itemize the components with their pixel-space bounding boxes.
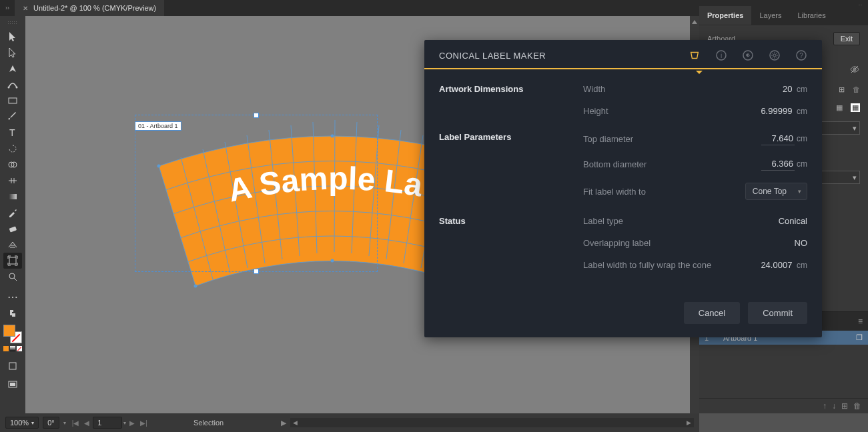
shape-builder-tool[interactable] <box>3 157 22 173</box>
svg-text:i: i <box>721 52 722 59</box>
help-icon[interactable]: ? <box>795 49 807 61</box>
rotation-field[interactable]: 0° <box>43 417 59 429</box>
gradient-tool[interactable] <box>3 189 22 205</box>
tab-libraries[interactable]: Libraries <box>789 6 833 25</box>
wrap-width-label: Label width to fully wrap the cone <box>583 260 711 270</box>
delete-artboard-icon[interactable]: 🗑 <box>853 401 861 411</box>
label-shape-icon[interactable] <box>689 49 701 61</box>
color-mode-swatches[interactable] <box>3 346 22 351</box>
fit-width-label: Fit label width to <box>583 187 646 197</box>
artboard-options-icon[interactable]: ❐ <box>856 333 863 342</box>
artboard-tool[interactable] <box>3 253 22 269</box>
first-artboard-icon[interactable]: |◀ <box>70 419 81 427</box>
wrench-icon[interactable] <box>742 49 754 61</box>
last-artboard-icon[interactable]: ▶| <box>138 419 149 427</box>
resize-handle-n[interactable] <box>254 113 259 118</box>
direct-selection-tool[interactable] <box>3 45 22 61</box>
tab-close-icon[interactable]: ✕ <box>23 5 28 12</box>
tab-properties[interactable]: Properties <box>699 6 751 25</box>
rectangle-tool[interactable] <box>3 93 22 109</box>
artboard-bounds[interactable] <box>135 115 378 272</box>
draw-mode-icon[interactable] <box>3 358 22 374</box>
svg-point-15 <box>194 285 197 288</box>
resize-handle-s[interactable] <box>254 269 259 274</box>
panel-menu-icon[interactable]: ≡ <box>858 317 863 326</box>
prev-artboard-icon[interactable]: ◀ <box>82 419 91 427</box>
width-label: Width <box>583 84 605 94</box>
screen-mode-icon[interactable] <box>3 377 22 393</box>
visibility-off-icon[interactable] <box>849 64 860 76</box>
artboard-label[interactable]: 01 - Artboard 1 <box>135 121 181 131</box>
svg-rect-8 <box>9 257 16 264</box>
status-bar: 100% ▾ 0° ▾ |◀ ◀ 1 ▾ ▶ ▶| Selection ▶ ◀▶ <box>0 413 699 432</box>
document-tab[interactable]: ✕ Untitled-2* @ 100 % (CMYK/Preview) <box>15 0 164 16</box>
zoom-field[interactable]: 100% ▾ <box>5 417 39 429</box>
grid-icon[interactable]: ⊞ <box>839 85 845 94</box>
svg-rect-12 <box>10 383 15 386</box>
svg-point-25 <box>773 54 776 57</box>
edit-toolbar-icon[interactable]: ⋯ <box>3 289 22 305</box>
exit-button[interactable]: Exit <box>833 32 860 45</box>
height-value: 6.99999 <box>761 106 792 116</box>
pen-tool[interactable] <box>3 61 22 77</box>
cancel-button[interactable]: Cancel <box>684 302 740 324</box>
panel-grip-icon[interactable]: ::::: <box>8 20 18 25</box>
fill-swatch[interactable] <box>3 325 15 337</box>
bottom-diameter-label: Bottom diameter <box>583 159 646 169</box>
label-type-label: Label type <box>583 216 623 226</box>
horizontal-scrollbar[interactable]: ▶ ◀▶ <box>281 418 694 427</box>
fill-stroke-swatches[interactable] <box>3 325 22 343</box>
svg-point-9 <box>9 273 15 279</box>
move-up-icon[interactable]: ↑ <box>823 401 827 411</box>
paintbrush-tool[interactable] <box>3 109 22 125</box>
artboard-page-field[interactable]: 1 <box>93 417 122 429</box>
section-label-parameters: Label Parameters <box>439 132 583 200</box>
wrap-width-value: 24.0007 <box>761 260 792 270</box>
tool-panel: ::::: T ⋯ <box>0 16 25 413</box>
label-type-value: Conical <box>779 216 807 226</box>
next-artboard-icon[interactable]: ▶ <box>127 419 137 427</box>
tab-layers[interactable]: Layers <box>751 6 789 25</box>
selection-mode-label: Selection <box>193 419 224 427</box>
delete-icon[interactable]: 🗑 <box>853 85 860 94</box>
selection-tool[interactable] <box>3 29 22 45</box>
dialog-title: CONICAL LABEL MAKER <box>439 51 546 61</box>
svg-rect-7 <box>9 226 17 232</box>
conical-label-maker-dialog: CONICAL LABEL MAKER i ? Artwork Dimensio… <box>424 40 822 337</box>
svg-point-0 <box>8 87 10 89</box>
svg-rect-2 <box>9 98 17 103</box>
svg-text:T: T <box>9 127 15 138</box>
expand-panels-icon[interactable]: ›› <box>5 5 9 11</box>
move-down-icon[interactable]: ↓ <box>832 401 836 411</box>
overlapping-label: Overlapping label <box>583 238 650 248</box>
commit-button[interactable]: Commit <box>748 302 807 324</box>
new-artboard-icon[interactable]: ⊞ <box>841 401 848 411</box>
align-box-icon[interactable]: ▦ <box>851 103 860 112</box>
tab-title: Untitled-2* @ 100 % (CMYK/Preview) <box>33 4 156 12</box>
bottom-diameter-input[interactable] <box>761 157 795 171</box>
perspective-grid-tool[interactable] <box>3 237 22 253</box>
align-icon[interactable]: ▦ <box>836 103 843 112</box>
eraser-tool[interactable] <box>3 221 22 237</box>
section-artwork-dimensions: Artwork Dimensions <box>439 84 583 116</box>
overlapping-value: NO <box>795 238 808 248</box>
info-icon[interactable]: i <box>715 49 727 61</box>
svg-rect-10 <box>9 363 16 369</box>
eyedropper-tool[interactable] <box>3 205 22 221</box>
svg-point-1 <box>16 87 18 89</box>
toggle-fill-stroke-icon[interactable] <box>3 305 22 321</box>
panel-tabs: Properties Layers Libraries <box>699 5 868 25</box>
top-diameter-label: Top diameter <box>583 134 633 144</box>
type-tool[interactable]: T <box>3 125 22 141</box>
top-diameter-input[interactable] <box>761 132 795 145</box>
artboard-nav: |◀ ◀ 1 ▾ ▶ ▶| <box>70 417 149 429</box>
gear-icon[interactable] <box>769 49 781 61</box>
zoom-tool[interactable] <box>3 269 22 285</box>
fit-width-select[interactable]: Cone Top <box>745 183 807 200</box>
curvature-tool[interactable] <box>3 77 22 93</box>
rotate-tool[interactable] <box>3 141 22 157</box>
width-tool[interactable] <box>3 173 22 189</box>
svg-rect-6 <box>9 194 17 199</box>
width-value: 20 <box>783 84 792 94</box>
section-status: Status <box>439 216 583 270</box>
